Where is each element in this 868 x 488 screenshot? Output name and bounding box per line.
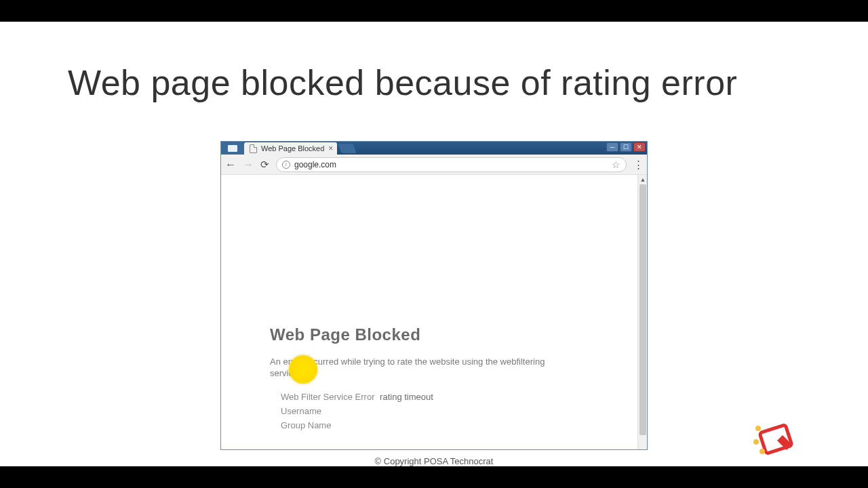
forward-button: → <box>243 159 254 171</box>
cursor-highlight <box>289 355 317 384</box>
block-page-content: Web Page Blocked An error occurred while… <box>270 325 575 434</box>
browser-menu-button[interactable]: ⋮ <box>633 159 643 171</box>
svg-point-3 <box>760 449 765 454</box>
block-heading: Web Page Blocked <box>270 325 575 344</box>
address-bar: ← → ⟳ i google.com ☆ ⋮ <box>221 155 647 175</box>
browser-tab[interactable]: Web Page Blocked × <box>244 142 337 155</box>
window-controls: ─ ☐ ✕ <box>606 142 646 152</box>
block-details: Web Filter Service Error rating timeout … <box>281 392 575 430</box>
close-tab-icon[interactable]: × <box>328 144 333 153</box>
detail-label: Web Filter Service Error <box>281 392 374 402</box>
site-info-icon[interactable]: i <box>282 161 290 169</box>
presentation-slide: Web page blocked because of rating error… <box>0 22 868 466</box>
page-viewport: Web Page Blocked An error occurred while… <box>221 175 647 449</box>
bookmark-star-icon[interactable]: ☆ <box>612 159 620 170</box>
svg-point-2 <box>753 439 759 445</box>
url-input[interactable]: i google.com ☆ <box>276 157 627 172</box>
detail-label: Group Name <box>281 420 331 430</box>
detail-row: Group Name <box>281 420 575 430</box>
tab-label: Web Page Blocked <box>261 144 324 152</box>
detail-row: Username <box>281 406 575 416</box>
window-system-icon <box>221 142 244 155</box>
scroll-up-arrow[interactable]: ▲ <box>638 175 648 184</box>
page-icon <box>250 144 257 153</box>
browser-titlebar: Web Page Blocked × ─ ☐ ✕ <box>221 142 647 155</box>
reload-button[interactable]: ⟳ <box>260 159 269 171</box>
minimize-button[interactable]: ─ <box>606 142 618 152</box>
slide-footer: © Copyright POSA Technocrat <box>375 456 494 466</box>
vertical-scrollbar[interactable]: ▲ <box>637 175 647 449</box>
svg-point-1 <box>755 426 761 431</box>
channel-logo <box>753 419 800 458</box>
browser-window: Web Page Blocked × ─ ☐ ✕ ← → ⟳ i google.… <box>220 141 648 450</box>
detail-value: rating timeout <box>380 392 433 402</box>
maximize-button[interactable]: ☐ <box>620 142 632 152</box>
slide-title: Web page blocked because of rating error <box>68 62 737 103</box>
url-text: google.com <box>294 160 608 169</box>
close-window-button[interactable]: ✕ <box>633 142 646 152</box>
new-tab-button[interactable] <box>338 144 357 153</box>
detail-label: Username <box>281 406 321 416</box>
detail-row: Web Filter Service Error rating timeout <box>281 392 575 402</box>
scroll-thumb[interactable] <box>639 184 646 435</box>
tab-strip: Web Page Blocked × <box>221 142 355 155</box>
back-button[interactable]: ← <box>225 159 236 171</box>
